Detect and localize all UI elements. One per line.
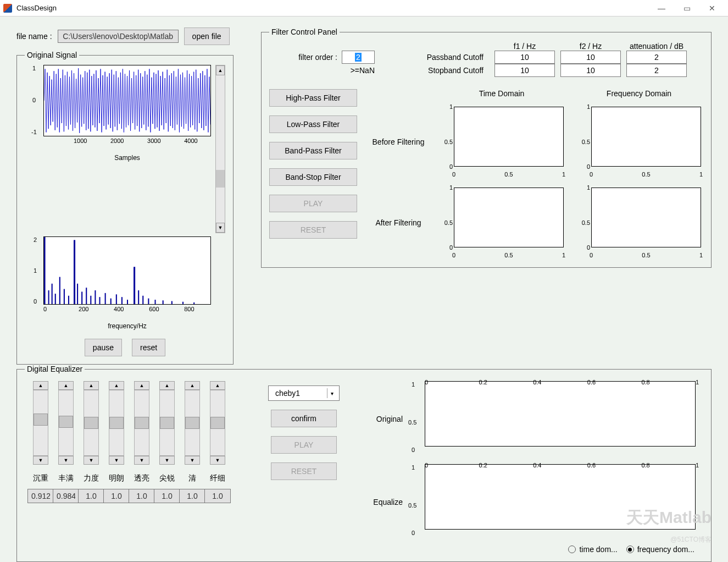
window-title: ClassDesign [16, 4, 649, 12]
lowpass-button[interactable]: Low-Pass Filter [269, 115, 357, 133]
slider-up-icon[interactable]: ▲ [109, 381, 124, 390]
slider-down-icon[interactable]: ▼ [33, 456, 48, 465]
play-filter-button[interactable]: PLAY [269, 195, 357, 212]
reset-eq-button[interactable]: RESET [271, 462, 337, 480]
filter-order-field[interactable]: 2 [342, 51, 375, 64]
slider-label: 明朗 [109, 473, 124, 483]
passband-att-field[interactable] [626, 51, 687, 64]
col-att: attenuation / dB [626, 42, 687, 51]
close-button[interactable]: ✕ [699, 1, 725, 16]
svg-rect-16 [116, 295, 116, 304]
minimize-button[interactable]: — [649, 1, 674, 16]
slider-up-icon[interactable]: ▲ [159, 381, 175, 390]
svg-rect-17 [121, 297, 122, 304]
bandstop-button[interactable]: Band-Stop Filter [269, 168, 357, 186]
reset-filter-button[interactable]: RESET [269, 221, 357, 239]
slider-up-icon[interactable]: ▲ [185, 381, 200, 390]
samples-label: Samples [43, 154, 211, 162]
reset-orig-button[interactable]: reset [132, 339, 165, 356]
slider-up-icon[interactable]: ▲ [84, 381, 99, 390]
svg-rect-2 [52, 284, 52, 304]
filter-type-select[interactable]: cheby1 ▾ [268, 385, 340, 401]
svg-rect-3 [55, 294, 55, 304]
slider-value-field [179, 489, 205, 503]
slider-down-icon[interactable]: ▼ [185, 456, 200, 465]
ytick: 2 [34, 236, 37, 243]
radio-icon [568, 546, 576, 553]
play-eq-button[interactable]: PLAY [271, 436, 337, 454]
file-name-label: file name : [16, 32, 52, 41]
highpass-button[interactable]: High-Pass Filter [269, 89, 357, 107]
ytick: 0 [32, 97, 36, 103]
slider-down-icon[interactable]: ▼ [58, 456, 74, 465]
frequency-domain-plot [43, 236, 211, 305]
vertical-scrollbar[interactable]: ▲ ▼ [215, 65, 225, 233]
eq-slider[interactable]: ▲▼透亮 [132, 381, 151, 554]
maximize-button[interactable]: ▭ [674, 1, 699, 16]
radio-frequency-domain[interactable]: frequency dom... [626, 545, 694, 554]
stopband-f2-field[interactable] [560, 64, 621, 77]
eq-original-plot: 1 0.5 0 0 0.2 0.4 0.6 0.8 1 [408, 379, 698, 459]
slider-up-icon[interactable]: ▲ [210, 381, 225, 390]
svg-rect-10 [86, 288, 87, 304]
eq-slider[interactable]: ▲▼沉重 [31, 381, 50, 554]
svg-rect-14 [105, 293, 105, 304]
ytick: 0 [34, 298, 37, 305]
svg-rect-5 [64, 289, 64, 304]
slider-label: 清 [188, 473, 196, 483]
after-filtering-label: After Filtering [368, 218, 429, 227]
eq-slider[interactable]: ▲▼明朗 [107, 381, 126, 554]
xtick: 1000 [74, 137, 87, 144]
frequency-label: frequency/Hz [43, 322, 211, 330]
slider-down-icon[interactable]: ▼ [210, 456, 225, 465]
col-f2: f2 / Hz [560, 42, 621, 51]
original-row-label: Original [359, 415, 403, 423]
slider-value-field [27, 489, 54, 503]
eq-sliders: ▲▼沉重▲▼丰满▲▼力度▲▼明朗▲▼透亮▲▼尖锐▲▼清▲▼纤细 [25, 379, 227, 554]
open-file-button[interactable]: open file [184, 27, 230, 45]
app-icon [3, 4, 12, 13]
passband-label: Passband Cutoff [385, 53, 489, 62]
scroll-down-icon[interactable]: ▼ [216, 223, 225, 233]
slider-value-field [53, 489, 79, 503]
slider-value-field [204, 489, 231, 503]
slider-label: 沉重 [33, 473, 48, 483]
eq-equalize-plot: 1 0.5 0 0 0.2 0.4 0.6 0.8 1 [408, 462, 698, 542]
eq-slider[interactable]: ▲▼尖锐 [158, 381, 176, 554]
slider-up-icon[interactable]: ▲ [134, 381, 149, 390]
scroll-up-icon[interactable]: ▲ [216, 65, 225, 75]
confirm-button[interactable]: confirm [271, 410, 337, 427]
ytick: 1 [32, 65, 36, 71]
pause-button[interactable]: pause [85, 339, 122, 356]
svg-rect-19 [134, 267, 135, 304]
radio-time-domain[interactable]: time dom... [568, 545, 617, 554]
svg-rect-11 [91, 296, 91, 304]
slider-down-icon[interactable]: ▼ [134, 456, 149, 465]
svg-rect-27 [194, 303, 194, 304]
slider-label: 力度 [84, 473, 99, 483]
slider-down-icon[interactable]: ▼ [159, 456, 175, 465]
svg-rect-0 [44, 237, 45, 304]
slider-up-icon[interactable]: ▲ [58, 381, 74, 390]
eq-slider[interactable]: ▲▼清 [183, 381, 202, 554]
stopband-label: Stopband Cutoff [385, 66, 489, 75]
eq-slider[interactable]: ▲▼纤细 [208, 381, 227, 554]
after-time-plot: 1 0.5 0 0 0.5 1 [437, 185, 566, 260]
original-signal-legend: Original Signal [25, 51, 79, 59]
passband-f2-field[interactable] [560, 51, 621, 64]
eq-slider[interactable]: ▲▼力度 [82, 381, 101, 554]
stopband-f1-field[interactable] [494, 64, 555, 77]
slider-up-icon[interactable]: ▲ [33, 381, 48, 390]
passband-f1-field[interactable] [494, 51, 555, 64]
ytick: 1 [34, 267, 37, 274]
slider-down-icon[interactable]: ▼ [84, 456, 99, 465]
bandpass-button[interactable]: Band-Pass Filter [269, 142, 357, 159]
slider-down-icon[interactable]: ▼ [109, 456, 124, 465]
time-domain-plot [43, 65, 211, 136]
stopband-att-field[interactable] [626, 64, 687, 77]
chevron-down-icon: ▾ [327, 388, 337, 398]
xtick: 200 [79, 306, 88, 312]
svg-rect-26 [183, 302, 184, 304]
svg-rect-21 [143, 296, 143, 304]
eq-slider[interactable]: ▲▼丰满 [57, 381, 75, 554]
